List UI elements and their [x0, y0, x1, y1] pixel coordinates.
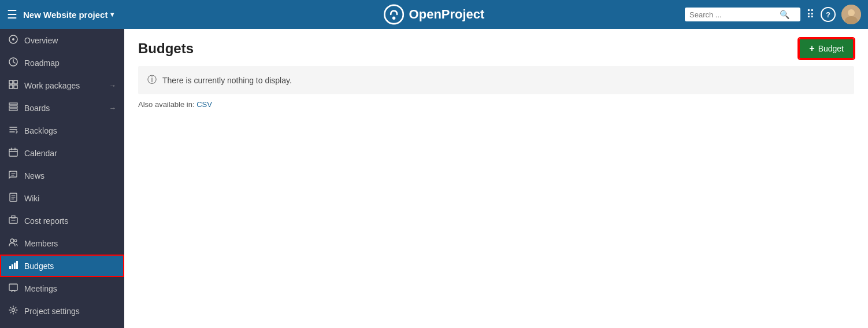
search-box[interactable]: 🔍: [685, 8, 800, 21]
sidebar-item-label-members: Members: [24, 239, 116, 248]
svg-rect-10: [9, 85, 13, 89]
svg-rect-24: [9, 284, 17, 290]
svg-rect-12: [9, 103, 17, 105]
sidebar-item-cost-reports[interactable]: Cost reports: [0, 209, 124, 232]
nav-left: ☰ New Website project ▾: [7, 8, 114, 21]
sidebar-item-label-roadmap: Roadmap: [24, 58, 116, 68]
info-message-text: There is currently nothing to display.: [162, 76, 292, 85]
csv-link[interactable]: CSV: [196, 100, 212, 109]
boards-icon: [8, 102, 18, 113]
sidebar-item-work-packages[interactable]: Work packages →: [0, 74, 124, 97]
svg-rect-15: [9, 149, 17, 156]
svg-rect-13: [9, 106, 17, 108]
content-header: Budgets + Budget: [124, 29, 868, 66]
info-message-box: ⓘ There is currently nothing to display.: [138, 66, 854, 94]
sidebar-item-label-news: News: [24, 171, 116, 180]
sidebar-item-label-backlogs: Backlogs: [24, 126, 116, 135]
top-navigation: ☰ New Website project ▾ OpenProject 🔍 ⠿ …: [0, 0, 868, 29]
sidebar-item-backlogs[interactable]: Backlogs: [0, 119, 124, 142]
hamburger-menu-icon[interactable]: ☰: [7, 8, 17, 21]
svg-rect-21: [12, 264, 13, 269]
sidebar-arrow-boards-icon: →: [109, 104, 116, 112]
sidebar-resize-handle[interactable]: [122, 29, 124, 328]
sidebar-item-label-work-packages: Work packages: [24, 81, 103, 90]
sidebar-item-label-meetings: Meetings: [24, 284, 116, 293]
project-settings-icon: [8, 305, 18, 316]
sidebar-item-overview[interactable]: Overview: [0, 29, 124, 51]
svg-point-18: [10, 239, 14, 242]
sidebar-item-roadmap[interactable]: Roadmap: [0, 51, 124, 74]
sidebar-item-label-overview: Overview: [24, 36, 116, 45]
search-icon: 🔍: [780, 10, 789, 19]
nav-right: 🔍 ⠿ ?: [685, 5, 861, 24]
svg-point-19: [14, 239, 17, 242]
sidebar-item-meetings[interactable]: Meetings: [0, 277, 124, 300]
page-title: Budgets: [138, 40, 194, 57]
add-budget-label: Budget: [818, 44, 844, 53]
add-budget-button[interactable]: + Budget: [799, 38, 854, 59]
sidebar: Overview Roadmap Work packages → Boards …: [0, 29, 124, 328]
meetings-icon: [8, 283, 18, 294]
search-input[interactable]: [689, 10, 776, 19]
logo-area: OpenProject: [384, 4, 485, 25]
modules-grid-icon[interactable]: ⠿: [806, 8, 815, 21]
main-layout: Overview Roadmap Work packages → Boards …: [0, 29, 868, 328]
openproject-logo-text: OpenProject: [409, 7, 485, 22]
sidebar-item-label-cost-reports: Cost reports: [24, 216, 116, 226]
sidebar-item-calendar[interactable]: Calendar: [0, 142, 124, 164]
sidebar-item-label-calendar: Calendar: [24, 149, 116, 158]
svg-rect-11: [14, 85, 17, 89]
sidebar-arrow-work-packages-icon: →: [109, 82, 116, 90]
roadmap-icon: [8, 57, 18, 68]
calendar-icon: [8, 148, 18, 159]
svg-rect-9: [14, 80, 17, 84]
news-icon: [8, 170, 18, 181]
sidebar-item-label-wiki: Wiki: [24, 194, 116, 203]
plus-icon: +: [809, 43, 814, 54]
svg-rect-14: [9, 109, 17, 110]
svg-rect-23: [16, 261, 18, 269]
svg-rect-8: [9, 80, 13, 84]
work-packages-icon: [8, 80, 18, 91]
svg-point-3: [848, 9, 855, 16]
project-dropdown-chevron-icon: ▾: [110, 10, 114, 19]
overview-icon: [8, 35, 18, 46]
sidebar-item-wiki[interactable]: Wiki: [0, 187, 124, 209]
info-icon: ⓘ: [147, 74, 157, 86]
sidebar-item-label-boards: Boards: [24, 104, 103, 113]
csv-available-line: Also available in: CSV: [124, 94, 868, 115]
sidebar-item-label-budgets: Budgets: [24, 261, 116, 271]
svg-rect-22: [14, 263, 16, 269]
wiki-icon: [8, 193, 18, 204]
sidebar-item-project-settings[interactable]: Project settings: [0, 300, 124, 322]
sidebar-item-label-project-settings: Project settings: [24, 307, 116, 316]
openproject-logo-icon: [384, 4, 405, 25]
svg-rect-20: [9, 266, 11, 269]
help-icon[interactable]: ?: [821, 7, 836, 22]
budgets-icon: [8, 260, 18, 271]
main-content: Budgets + Budget ⓘ There is currently no…: [124, 29, 868, 328]
sidebar-item-news[interactable]: News: [0, 164, 124, 187]
backlogs-icon: [8, 125, 18, 136]
project-name-button[interactable]: New Website project ▾: [23, 10, 114, 20]
sidebar-item-boards[interactable]: Boards →: [0, 97, 124, 119]
sidebar-item-budgets[interactable]: Budgets: [0, 255, 124, 277]
sidebar-item-members[interactable]: Members: [0, 232, 124, 255]
svg-point-6: [12, 38, 14, 40]
cost-reports-icon: [8, 215, 18, 226]
svg-point-1: [392, 17, 395, 20]
svg-point-25: [12, 309, 15, 312]
user-avatar[interactable]: [841, 5, 861, 24]
svg-point-0: [384, 5, 403, 24]
members-icon: [8, 238, 18, 249]
